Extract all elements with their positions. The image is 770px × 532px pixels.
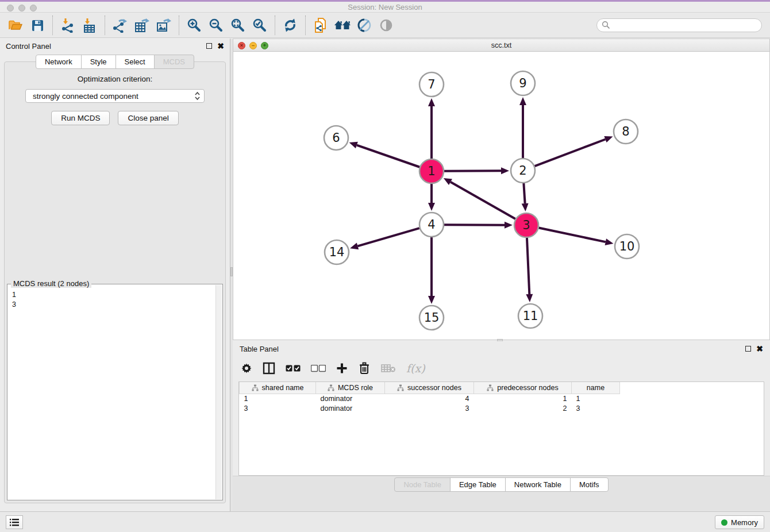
homes-icon xyxy=(334,18,351,32)
export-table-button[interactable] xyxy=(131,14,153,36)
table-cell[interactable]: 3 xyxy=(240,403,316,413)
graph-edge-2-8[interactable] xyxy=(535,139,606,166)
node-table[interactable]: shared nameMCDS rolesuccessor nodesprede… xyxy=(238,381,764,476)
graph-node-label: 8 xyxy=(622,125,629,138)
import-network-button[interactable] xyxy=(57,14,79,36)
graph-edge-3-11[interactable] xyxy=(527,238,529,294)
float-table-panel-icon[interactable] xyxy=(745,346,751,352)
graph-edge-1-2[interactable] xyxy=(444,171,501,171)
export-image-button[interactable] xyxy=(153,14,175,36)
table-cell[interactable]: 4 xyxy=(385,394,474,403)
table-tab-network-table[interactable]: Network Table xyxy=(505,477,571,492)
graph-edge-1-6[interactable] xyxy=(357,145,419,167)
graph-edge-arrowhead xyxy=(519,97,526,105)
deselect-all-columns-icon[interactable] xyxy=(311,365,326,372)
import-table-button[interactable] xyxy=(79,14,101,36)
graph-node-label: 3 xyxy=(522,218,530,232)
zoom-fit-button[interactable] xyxy=(227,14,249,36)
tab-select[interactable]: Select xyxy=(116,55,155,69)
export-network-button[interactable] xyxy=(109,14,131,36)
table-tab-edge-table[interactable]: Edge Table xyxy=(450,477,506,492)
graph-edge-arrowhead xyxy=(505,222,513,229)
graph-edge-4-3[interactable] xyxy=(444,225,505,225)
table-cell[interactable]: 1 xyxy=(572,394,620,403)
delete-columns-trash-icon[interactable] xyxy=(358,362,371,375)
search-input[interactable] xyxy=(613,21,757,29)
zoom-out-icon xyxy=(209,18,224,33)
app-titlebar: Session: New Session xyxy=(0,0,770,13)
zoom-selected-button[interactable] xyxy=(249,14,271,36)
close-table-panel-icon[interactable]: ✖ xyxy=(756,345,763,353)
table-cell[interactable]: dominator xyxy=(316,394,385,403)
table-cell[interactable]: 3 xyxy=(385,403,474,413)
column-header-predecessor-nodes[interactable]: predecessor nodes xyxy=(474,382,572,394)
style-slash-button[interactable] xyxy=(353,14,375,36)
table-cell[interactable]: 1 xyxy=(240,394,316,403)
save-disk-icon xyxy=(30,18,44,32)
criterion-select[interactable]: strongly connected component xyxy=(25,89,205,103)
toolbar-separator xyxy=(52,16,53,35)
graph-node-label: 6 xyxy=(332,131,340,145)
mcds-result-line: 1 xyxy=(12,290,215,300)
graph-edge-3-1[interactable] xyxy=(451,182,515,219)
network-canvas[interactable]: 7968124314101511 xyxy=(233,52,769,340)
table-cell[interactable]: 1 xyxy=(474,394,572,403)
zoom-out-button[interactable] xyxy=(205,14,227,36)
table-tab-motifs[interactable]: Motifs xyxy=(570,477,609,492)
float-panel-icon[interactable] xyxy=(206,43,212,49)
graph-edge-2-3[interactable] xyxy=(523,183,525,203)
graph-edge-arrowhead xyxy=(428,296,435,304)
status-bar: Memory xyxy=(0,511,770,532)
column-header-name[interactable]: name xyxy=(572,382,620,394)
tab-mcds[interactable]: MCDS xyxy=(154,55,194,69)
column-header-MCDS-role[interactable]: MCDS role xyxy=(316,382,385,394)
table-toolbar: f(x) xyxy=(233,356,770,380)
open-session-button[interactable] xyxy=(5,14,26,36)
close-panel-button[interactable]: Close panel xyxy=(118,111,178,125)
optimization-criterion-label: Optimization criterion: xyxy=(5,75,225,83)
table-cell[interactable]: 2 xyxy=(474,403,572,413)
task-history-button[interactable] xyxy=(6,515,23,529)
select-all-columns-icon[interactable] xyxy=(286,365,301,372)
graph-edge-4-14[interactable] xyxy=(357,228,419,246)
graph-node-label: 9 xyxy=(519,76,526,90)
table-cell[interactable]: dominator xyxy=(316,403,385,413)
duplicate-network-button[interactable] xyxy=(310,14,332,36)
settings-gear-icon[interactable] xyxy=(241,363,252,374)
table-row[interactable]: 1dominator411 xyxy=(240,394,620,403)
graph-edge-3-10[interactable] xyxy=(539,228,606,242)
tab-style[interactable]: Style xyxy=(81,55,116,69)
zoom-in-button[interactable] xyxy=(183,14,205,36)
table-row[interactable]: 3dominator323 xyxy=(240,403,620,413)
memory-button[interactable]: Memory xyxy=(715,515,764,529)
graph-edge-arrowhead xyxy=(428,203,435,211)
network-title: scc.txt xyxy=(233,41,769,49)
column-type-icon xyxy=(487,384,494,391)
add-column-icon[interactable] xyxy=(336,363,348,374)
homes-button[interactable] xyxy=(332,14,353,36)
close-panel-icon[interactable]: ✖ xyxy=(217,42,224,50)
search-box[interactable] xyxy=(596,18,762,32)
graph-edge-arrowhead xyxy=(605,238,614,245)
level-of-detail-button[interactable] xyxy=(375,14,397,36)
table-cell[interactable]: 3 xyxy=(572,403,620,413)
function-builder-icon: f(x) xyxy=(406,362,425,375)
column-header-shared-name[interactable]: shared name xyxy=(240,382,316,394)
search-area xyxy=(596,18,762,32)
toolbar-separator xyxy=(305,16,306,35)
column-header-successor-nodes[interactable]: successor nodes xyxy=(385,382,474,394)
mcds-result-scrollbar[interactable] xyxy=(215,285,222,499)
mcds-result-line: 3 xyxy=(12,300,215,310)
zoom-in-icon xyxy=(187,18,202,33)
control-panel: Control Panel ✖ NetworkStyleSelectMCDS O… xyxy=(0,38,230,511)
open-folder-icon xyxy=(8,18,23,32)
save-session-button[interactable] xyxy=(26,14,48,36)
split-columns-icon[interactable] xyxy=(263,362,275,375)
network-window-titlebar[interactable]: × – + scc.txt xyxy=(233,39,769,52)
apply-layout-button[interactable] xyxy=(279,14,301,36)
table-tab-node-table[interactable]: Node Table xyxy=(394,477,451,492)
control-panel-title: Control Panel xyxy=(6,42,51,51)
level-of-detail-eye-icon xyxy=(379,18,394,33)
tab-network[interactable]: Network xyxy=(36,55,82,69)
run-mcds-button[interactable]: Run MCDS xyxy=(51,111,110,125)
